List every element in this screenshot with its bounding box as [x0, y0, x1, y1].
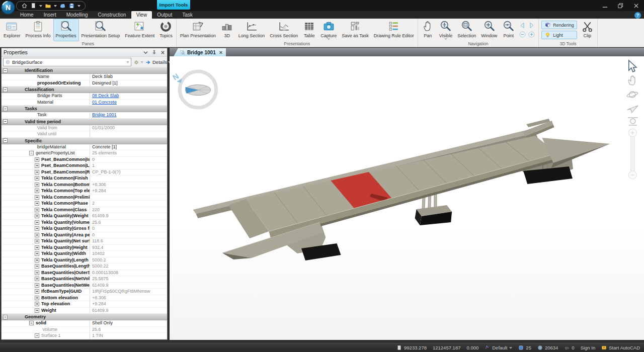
expand-icon[interactable]: +	[35, 170, 39, 174]
expand-icon[interactable]: +	[35, 302, 39, 306]
ribbon-tab-home[interactable]: Home	[15, 11, 39, 19]
viewport-canvas[interactable]: N	[170, 56, 644, 340]
property-row-valid-until[interactable]: Valid until	[2, 131, 167, 138]
property-row-basequantities-length[interactable]: +BaseQuantities|Length5000.22	[2, 263, 167, 270]
capture-dropdown-icon[interactable]	[327, 38, 330, 40]
property-section-valid-time-period[interactable]: −Valid time period	[2, 119, 167, 125]
status-item-sign-in[interactable]: Sign In	[581, 345, 596, 350]
expand-icon[interactable]: +	[35, 289, 39, 294]
ribbon-button-selection[interactable]: Selection	[455, 19, 478, 41]
expand-icon[interactable]: +	[35, 258, 39, 262]
collapse-icon[interactable]: −	[3, 107, 8, 111]
ribbon-button-capture[interactable]: Capture	[318, 19, 339, 41]
property-row-tekla-common-bottom-elevation[interactable]: +Tekla Common|Bottom elevation+8.306	[2, 182, 167, 189]
expand-icon[interactable]: +	[35, 233, 39, 237]
property-row-tekla-common-class[interactable]: +Tekla Common|Class220	[2, 207, 167, 214]
property-row-basequantities-netvolume[interactable]: +BaseQuantities|NetVolume25.5875	[2, 276, 167, 283]
minimize-button[interactable]	[602, 3, 608, 9]
deck-slab-surface[interactable]	[246, 136, 558, 231]
expand-icon[interactable]: +	[35, 277, 39, 281]
expand-icon[interactable]: +	[35, 157, 39, 162]
import-tools-contextual-tab[interactable]: Import Tools	[157, 0, 190, 10]
expand-icon[interactable]: +	[35, 183, 39, 187]
select-cursor-icon[interactable]	[629, 60, 636, 72]
status-item-start-autocad[interactable]: Start AutoCAD	[601, 345, 640, 350]
open-folder-dropdown-icon[interactable]	[54, 5, 57, 7]
expand-icon[interactable]: −	[29, 321, 34, 325]
expand-icon[interactable]: +	[35, 220, 39, 225]
new-document-dropdown-icon[interactable]	[39, 5, 42, 7]
property-row-volume[interactable]: Volume25.6	[2, 327, 167, 333]
feature-type-selector[interactable]: BridgeSurface	[3, 58, 131, 66]
property-section-geometry[interactable]: −Geometry	[2, 314, 167, 320]
property-row-weight[interactable]: +Weight61409.9	[2, 308, 167, 314]
ribbon-button-3d[interactable]: 3D	[218, 19, 236, 41]
settings-dropdown-icon[interactable]	[140, 61, 143, 63]
nav-forward-button[interactable]	[528, 22, 536, 30]
panel-pin-icon[interactable]	[152, 50, 156, 55]
ribbon-button-visible[interactable]: Visible	[437, 19, 455, 41]
property-row-bridgematerial[interactable]: bridgeMaterialConcrete [1]	[2, 144, 167, 151]
collapse-icon[interactable]: −	[3, 138, 8, 143]
property-row-tekla-common-finish[interactable]: +Tekla Common|Finish	[2, 175, 167, 182]
property-row-valid-from[interactable]: Valid from01/01/2000	[2, 125, 167, 132]
ribbon-tab-task[interactable]: Task	[177, 11, 198, 19]
panel-close-icon[interactable]	[160, 50, 165, 55]
save-icon[interactable]	[68, 3, 75, 9]
expand-icon[interactable]: +	[35, 296, 39, 300]
property-row-material[interactable]: Material01 Concrete	[2, 100, 167, 106]
ribbon-button-save-as-task[interactable]: Save as Task	[339, 19, 371, 41]
property-value-link[interactable]: Bridge 1001	[92, 112, 117, 117]
cloud-icon[interactable]	[59, 3, 66, 9]
close-button[interactable]	[633, 3, 639, 9]
expand-icon[interactable]: +	[35, 239, 39, 243]
visible-dropdown-icon[interactable]	[444, 38, 447, 40]
ribbon-tab-output[interactable]: Output	[152, 11, 177, 19]
ribbon-button-long-section[interactable]: Long Section	[236, 19, 268, 41]
ribbon-tab-insert[interactable]: Insert	[39, 11, 61, 19]
pan-hand-icon[interactable]	[628, 76, 635, 85]
property-row-task[interactable]: TaskBridge 1001	[2, 112, 167, 119]
property-row-tekla-quantity-volume[interactable]: +Tekla Quantity|Volume25.6	[2, 220, 167, 226]
property-row-tekla-common-phase[interactable]: +Tekla Common|Phase2	[2, 201, 167, 207]
ribbon-button-window[interactable]: Window	[478, 19, 500, 41]
expand-icon[interactable]: +	[35, 308, 39, 313]
property-row-pset-beamcommon-reference[interactable]: +Pset_BeamCommon|ReferenceCP_PB-1-0(?)	[2, 169, 167, 176]
expand-icon[interactable]: +	[35, 163, 39, 168]
panel-menu-chevron-icon[interactable]	[143, 50, 148, 55]
feature-type-dropdown-icon[interactable]	[126, 61, 129, 63]
property-row-tekla-quantity-length[interactable]: +Tekla Quantity|Length5000.2	[2, 257, 167, 264]
expand-icon[interactable]: +	[35, 214, 39, 218]
status-item-default[interactable]: Default	[485, 345, 512, 350]
expand-icon[interactable]: +	[35, 208, 39, 212]
property-row-tekla-quantity-weight[interactable]: +Tekla Quantity|Weight61409.9	[2, 213, 167, 220]
property-row-bottom-elevation[interactable]: +Bottom elevation+8.306	[2, 295, 167, 302]
ribbon-button-plan-presentation[interactable]: Plan Presentation	[178, 19, 218, 41]
property-row-genericpropertylist[interactable]: −genericPropertyList25 elements	[2, 150, 167, 157]
property-row-top-elevation[interactable]: +Top elevation+9.284	[2, 301, 167, 308]
expand-icon[interactable]: +	[35, 264, 39, 269]
collapse-icon[interactable]: −	[3, 68, 8, 73]
status-item-99233-278[interactable]: 99233.278	[396, 345, 427, 350]
property-row-tekla-quantity-gross-footprint-area[interactable]: +Tekla Quantity|Gross footprint area0	[2, 226, 167, 232]
property-section-tasks[interactable]: −Tasks	[2, 106, 167, 112]
expand-icon[interactable]: +	[35, 333, 39, 338]
helicopter-icon[interactable]	[628, 118, 638, 125]
fly-icon[interactable]	[627, 106, 638, 113]
bridge-3d-model[interactable]	[193, 119, 610, 260]
help-icon[interactable]: ?	[634, 12, 641, 19]
ribbon-button-process-info[interactable]: Process Info	[23, 19, 53, 41]
expand-icon[interactable]: +	[35, 201, 39, 206]
property-row-tekla-quantity-net-surface-area[interactable]: +Tekla Quantity|Net surface area118.6	[2, 238, 167, 245]
viewport-tab-bridge-1001[interactable]: Bridge 1001 ✕	[174, 48, 226, 56]
property-row-ifcbeamtype-guid[interactable]: +IfcBeamType|GUID1IRjFISp50CQRgFt8MNmsw	[2, 289, 167, 295]
property-section-classification[interactable]: −Classification	[2, 86, 167, 93]
property-row-tekla-quantity-width[interactable]: +Tekla Quantity|Width10402	[2, 251, 167, 257]
ribbon-button-table[interactable]: Table	[300, 19, 318, 41]
property-row-basequantities-netweight[interactable]: +BaseQuantities|NetWeight61409.9	[2, 283, 167, 289]
settings-gear-button[interactable]	[133, 59, 143, 65]
property-row-solid[interactable]: −solidShell Only	[2, 320, 167, 327]
property-row-bridge-parts[interactable]: Bridge Parts08 Deck Slab	[2, 93, 167, 100]
home-icon[interactable]	[21, 3, 28, 9]
ribbon-button-presentation-setup[interactable]: Presentation Setup	[79, 19, 123, 41]
